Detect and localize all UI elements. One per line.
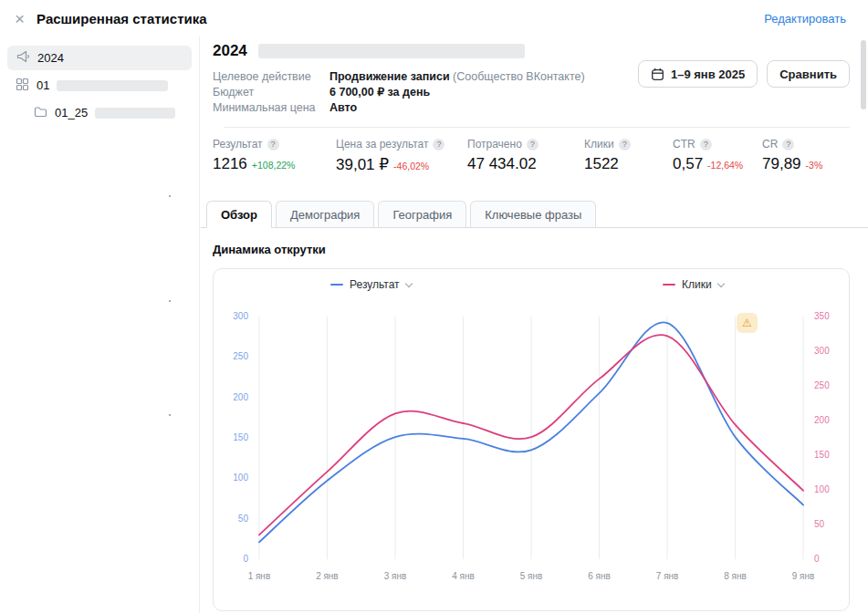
close-icon[interactable]: × (15, 10, 25, 27)
compare-button[interactable]: Сравнить (767, 60, 850, 88)
chart-section-title: Динамика открутки (213, 243, 850, 256)
stat-clicks: Клики? 1522 (584, 138, 673, 174)
svg-text:200: 200 (814, 415, 830, 425)
svg-text:8 янв: 8 янв (724, 571, 747, 581)
info-icon[interactable]: ? (433, 139, 444, 151)
chart-card: Результат Клики ⚠ 1 янв2 янв3 янв4 янв5 … (213, 268, 850, 611)
info-icon[interactable]: ? (527, 139, 539, 151)
info-icon[interactable]: ? (619, 139, 631, 151)
sidebar: 2024 01 01_25 (0, 36, 200, 613)
main-content: 2024 Целевое действие Продвижение записи… (201, 36, 868, 613)
edit-button[interactable]: Редактировать (757, 6, 853, 31)
svg-text:1 янв: 1 янв (248, 571, 271, 581)
stat-cost-per-result: Цена за результат? 39,01 ₽-46,02% (336, 138, 467, 174)
stat-label: CTR (673, 138, 695, 151)
svg-text:0: 0 (814, 554, 820, 564)
stat-label: Клики (584, 138, 614, 151)
sidebar-item-group-01[interactable]: 01 (7, 73, 192, 98)
svg-text:6 янв: 6 янв (588, 571, 611, 581)
svg-text:9 янв: 9 янв (792, 571, 815, 581)
stat-value: 0,57 (673, 155, 703, 173)
field-label: Минимальная цена (213, 100, 329, 116)
tab-overview[interactable]: Обзор (206, 201, 272, 228)
info-icon[interactable]: ? (782, 139, 794, 151)
field-min-price: Минимальная цена Авто (213, 100, 850, 116)
svg-text:200: 200 (233, 392, 248, 402)
divider (225, 127, 850, 128)
svg-text:300: 300 (814, 346, 830, 356)
svg-text:250: 250 (814, 380, 830, 390)
svg-text:150: 150 (814, 450, 830, 460)
legend-item-clicks[interactable]: Клики (663, 278, 724, 291)
tab-demography[interactable]: Демография (276, 201, 374, 227)
stat-value: 1216 (213, 155, 247, 173)
legend-item-result[interactable]: Результат (330, 278, 412, 291)
megaphone-icon (16, 49, 30, 67)
redacted-campaign-name (258, 44, 525, 58)
speck (169, 195, 171, 197)
svg-text:50: 50 (238, 514, 249, 524)
stats-row: Результат? 1216+108,22% Цена за результа… (201, 128, 868, 187)
chevron-down-icon (716, 279, 724, 286)
stat-delta: -46,02% (393, 161, 429, 171)
field-value: Продвижение записи (Сообщество ВКонтакте… (329, 69, 585, 85)
svg-text:150: 150 (233, 432, 248, 442)
field-note: (Сообщество ВКонтакте) (453, 70, 585, 83)
svg-text:7 янв: 7 янв (656, 571, 679, 581)
svg-text:3 янв: 3 янв (384, 571, 407, 581)
stat-value: 1522 (584, 155, 619, 173)
legend-dash (663, 284, 675, 286)
stat-label: Потрачено (467, 138, 522, 151)
sidebar-item-campaign-2024[interactable]: 2024 (7, 46, 192, 70)
svg-text:4 янв: 4 янв (452, 571, 475, 581)
redacted-text (95, 108, 175, 119)
sidebar-item-label: 01_25 (55, 106, 88, 119)
page-title: Расширенная статистика (37, 11, 206, 26)
info-icon[interactable]: ? (700, 139, 712, 151)
svg-text:0: 0 (243, 554, 248, 564)
date-range-label: 1–9 янв 2025 (671, 68, 745, 81)
date-range-button[interactable]: 1–9 янв 2025 (638, 60, 758, 88)
tab-bar: Обзор Демография География Ключевые фраз… (201, 201, 868, 228)
stat-delta: -3% (806, 160, 823, 171)
svg-text:250: 250 (233, 351, 248, 361)
field-label: Бюджет (213, 85, 329, 100)
stat-result: Результат? 1216+108,22% (213, 138, 336, 174)
field-label: Целевое действие (213, 69, 329, 85)
svg-text:300: 300 (233, 311, 248, 321)
tab-geography[interactable]: География (378, 201, 466, 227)
sidebar-item-label: 2024 (37, 51, 64, 65)
overview-panel: Динамика открутки Результат Клики ⚠ 1 ян… (201, 228, 868, 611)
stat-value: 47 434.02 (467, 155, 537, 173)
topbar: × Расширенная статистика Редактировать (0, 0, 868, 36)
calendar-icon (651, 68, 664, 81)
info-icon[interactable]: ? (267, 139, 279, 151)
stat-label: CR (762, 138, 778, 151)
sidebar-item-label: 01 (37, 78, 49, 92)
stat-cr: CR? 79,89-3% (762, 138, 850, 174)
stat-ctr: CTR? 0,57-12,64% (673, 138, 762, 174)
stat-value: 79,89 (762, 155, 801, 173)
tab-key-phrases[interactable]: Ключевые фразы (470, 201, 596, 227)
stat-delta: -12,64% (707, 160, 743, 171)
field-value: Авто (329, 100, 357, 116)
redacted-text (57, 80, 168, 91)
grid-icon (16, 78, 29, 94)
legend-dash (330, 284, 343, 286)
sidebar-item-ad-01-25[interactable]: 01_25 (26, 100, 192, 125)
svg-text:5 янв: 5 янв (520, 571, 543, 581)
svg-text:100: 100 (233, 473, 248, 483)
scrollbar[interactable] (861, 40, 866, 109)
speck (169, 300, 171, 302)
chevron-down-icon (404, 279, 412, 286)
stat-value: 39,01 ₽ (336, 155, 389, 174)
field-value: 6 700,00 ₽ за день (329, 85, 430, 100)
chart-legend: Результат Клики (214, 269, 849, 296)
stat-label: Цена за результат (336, 138, 428, 151)
speck (169, 414, 171, 416)
stat-label: Результат (213, 138, 263, 151)
svg-text:50: 50 (814, 519, 825, 529)
line-chart[interactable]: 1 янв2 янв3 янв4 янв5 янв6 янв7 янв8 янв… (214, 304, 849, 594)
legend-label: Клики (682, 278, 712, 291)
stat-delta: +108,22% (252, 160, 296, 171)
